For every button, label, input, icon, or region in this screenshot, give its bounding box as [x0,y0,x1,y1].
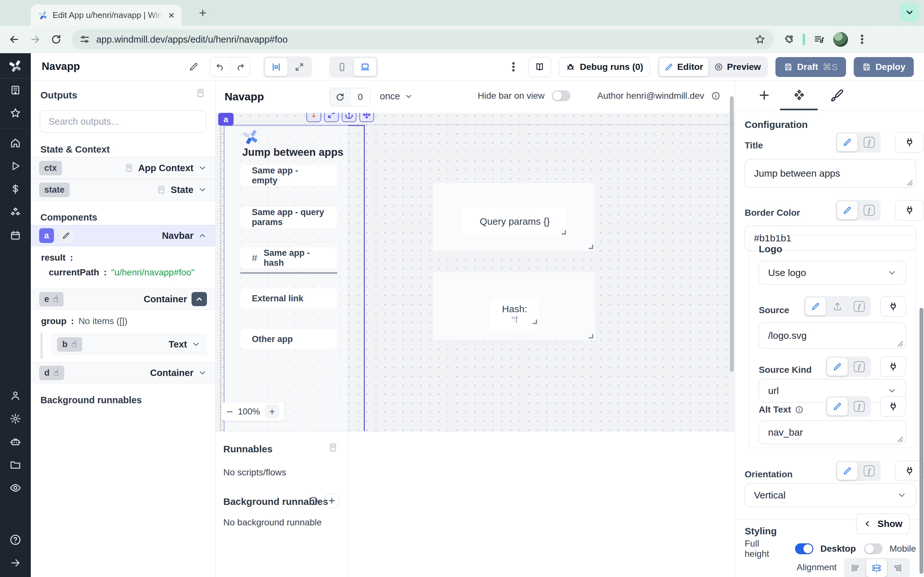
draft-button[interactable]: Draft ⌘S [775,57,846,77]
info-icon[interactable] [309,496,318,506]
fx-mode-button[interactable]: f [849,358,869,376]
component-row-container-e[interactable]: e☝ Container [31,288,215,309]
chrome-collapse-button[interactable] [900,3,919,22]
resize-handle[interactable] [589,334,593,338]
fx-mode-button[interactable]: f [849,398,869,416]
navbar-item-query-params[interactable]: Same app - query params [240,207,337,228]
logo-select[interactable]: Use logo [759,261,906,285]
debug-runs-button[interactable]: Debug runs (0) [559,57,650,77]
rail-expand-item[interactable] [0,551,31,574]
url-bar[interactable]: app.windmill.dev/apps/edit/u/henri/navap… [71,29,774,49]
info-icon[interactable] [711,91,720,100]
component-row-container-d[interactable]: d☝ Container [31,362,215,384]
navbar-item-empty[interactable]: Same app - empty [240,165,337,186]
show-styling-button[interactable]: Show [856,514,909,534]
rail-home-item[interactable] [0,131,31,155]
align-center-button[interactable] [866,559,887,577]
resize-handle[interactable] [561,230,566,235]
reload-button[interactable] [51,34,61,45]
full-height-desktop-toggle[interactable] [795,543,813,554]
browser-tab[interactable]: Edit App u/henri/navapp | Win × [31,5,182,26]
connect-input-button[interactable] [880,396,906,417]
inspector-scrollbar[interactable] [919,308,923,574]
chevron-down-icon[interactable] [198,368,207,377]
component-row-navbar[interactable]: a Navbar [31,225,215,246]
selected-component-tag[interactable]: a [218,113,234,126]
static-mode-button[interactable] [837,201,858,219]
component-row-text-b[interactable]: b☝ Text [51,334,207,355]
rail-apps-item[interactable] [0,79,31,102]
anchor-component-button[interactable] [342,113,357,122]
run-mode-select[interactable]: once [380,91,413,102]
state-row[interactable]: state State [31,179,215,201]
docs-button[interactable] [528,57,551,77]
rail-resources-item[interactable] [0,201,31,224]
fx-mode-button[interactable]: f [849,298,869,316]
result-key-row[interactable]: result: [41,253,78,263]
rename-app-icon[interactable] [189,61,199,72]
source-input[interactable] [759,322,906,349]
new-tab-button[interactable]: + [194,5,211,21]
rail-audit-item[interactable] [0,476,31,500]
upload-mode-button[interactable] [827,298,848,316]
chevron-down-icon[interactable] [192,340,200,349]
alt-text-input[interactable] [759,421,906,444]
fx-mode-button[interactable]: f [859,462,879,480]
rail-settings-item[interactable] [0,407,31,430]
connect-input-button[interactable] [880,296,906,317]
static-mode-button[interactable] [837,462,858,480]
rail-schedules-item[interactable] [0,224,31,247]
bookmark-star-icon[interactable] [754,34,766,45]
full-height-mobile-toggle[interactable] [864,543,882,554]
rail-help-item[interactable] [0,528,31,551]
expand-down-button[interactable] [306,113,321,122]
media-controls-icon[interactable] [813,34,825,45]
browser-menu-icon[interactable]: ⋮ [856,33,868,46]
static-mode-button[interactable] [805,298,826,316]
preview-tab[interactable]: Preview [709,58,766,76]
canvas-area[interactable]: a Jump between apps [216,113,735,431]
chevron-up-icon[interactable] [198,231,207,240]
editor-tab[interactable]: Editor [659,58,708,76]
insert-component-tab[interactable] [758,89,771,102]
forward-button[interactable] [29,34,41,45]
undo-button[interactable] [210,57,230,77]
deploy-button[interactable]: Deploy [854,57,914,77]
fullscreen-layout-button[interactable] [288,58,310,76]
extensions-icon[interactable] [783,34,795,45]
edit-id-icon[interactable] [58,228,74,243]
current-path-row[interactable]: currentPath:"u/henri/navapp#foo" [49,268,194,277]
zoom-out-button[interactable]: − [226,406,233,417]
more-options-icon[interactable]: ⋮ [507,60,519,74]
static-mode-button[interactable] [837,133,858,151]
orientation-select[interactable]: Vertical [745,484,916,507]
collapse-button[interactable] [192,292,207,306]
canvas-scrollbar[interactable] [730,96,734,372]
static-mode-button[interactable] [827,358,848,376]
zoom-in-button[interactable]: + [265,405,279,419]
rail-folders-item[interactable] [0,453,31,476]
site-settings-icon[interactable] [79,34,90,45]
align-left-button[interactable] [845,559,866,577]
rail-users-item[interactable] [0,384,31,407]
url-text[interactable]: app.windmill.dev/apps/edit/u/henri/navap… [96,34,748,45]
panel-log-icon[interactable] [328,442,338,453]
navbar-preview[interactable]: Jump between apps Same app - empty Same … [224,125,348,431]
redo-button[interactable] [230,57,250,77]
resize-handle[interactable] [533,319,537,324]
align-right-button[interactable] [887,559,908,577]
hash-container[interactable]: Hash: "f [433,272,595,340]
back-button[interactable] [8,34,20,45]
refresh-icon[interactable] [330,88,351,106]
navbar-item-other-app[interactable]: Other app [240,329,337,349]
profile-avatar[interactable] [833,32,848,47]
chevron-down-icon[interactable] [198,163,207,172]
title-input[interactable] [745,159,916,188]
desktop-view-button[interactable] [354,58,376,76]
styling-tab[interactable] [830,89,844,103]
mobile-view-button[interactable] [331,58,353,76]
search-outputs-input[interactable] [40,110,206,133]
resize-handle[interactable] [589,245,593,249]
navbar-item-external-link[interactable]: External link [240,288,337,308]
connect-input-button[interactable] [880,356,906,377]
